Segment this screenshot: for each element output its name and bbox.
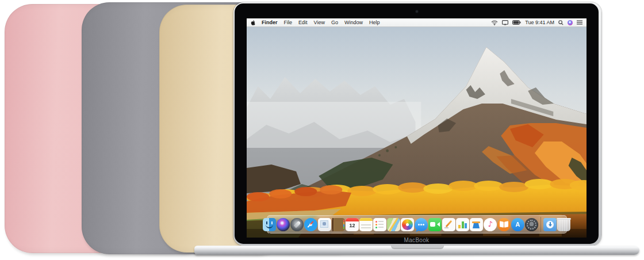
dock-appstore-icon[interactable]: A [511,218,524,231]
itunes-note-glyph: ♪ [484,218,497,231]
appstore-a-glyph: A [511,218,524,231]
dock-messages-icon[interactable] [415,218,428,231]
menu-view[interactable]: View [314,20,325,25]
wifi-icon[interactable] [491,20,498,25]
spotlight-search-icon[interactable] [558,20,564,25]
apple-logo-icon [251,20,256,26]
dock-separator [540,217,541,232]
macbook-silver: Finder File Edit View Go Window Help [0,0,644,260]
macbook-label: MacBook [235,237,599,243]
notification-center-icon[interactable] [577,20,582,25]
download-arrow-icon [546,221,554,228]
macbook-base [194,246,639,255]
desktop[interactable]: Finder File Edit View Go Window Help [247,18,586,238]
dock-system-preferences-icon[interactable] [525,218,538,231]
dock-keynote-icon[interactable] [470,218,483,231]
screen-frame: Finder File Edit View Go Window Help [233,2,601,246]
menu-window[interactable]: Window [344,20,363,25]
dock-trash-icon[interactable] [557,218,570,231]
dock-finder-icon[interactable] [263,218,276,231]
dock-contacts-icon[interactable] [332,218,345,231]
dock-siri-icon[interactable] [277,218,290,231]
siri-icon[interactable] [568,20,573,25]
lid-opening-notch [391,246,444,249]
dock: 12 ♪ A [267,215,567,234]
menu-file[interactable]: File [284,20,293,25]
dock-mail-icon[interactable] [318,218,331,231]
dock-safari-icon[interactable] [304,218,317,231]
dock-launchpad-icon[interactable] [290,218,304,231]
menu-edit[interactable]: Edit [298,20,308,25]
menu-help[interactable]: Help [369,20,380,25]
macbook-color-lineup: Finder File Edit View Go Window Help [0,0,644,260]
menu-bar-clock[interactable]: Tue 9:41 AM [525,20,554,25]
dock-facetime-icon[interactable] [428,218,442,231]
dock-photos-icon[interactable] [401,218,414,231]
menu-bar: Finder File Edit View Go Window Help [247,18,586,27]
dock-downloads-icon[interactable] [543,218,557,231]
menu-finder[interactable]: Finder [262,20,278,25]
dock-ibooks-icon[interactable] [497,218,511,231]
dock-itunes-icon[interactable]: ♪ [484,218,497,231]
finder-running-indicator [269,233,270,234]
dock-notes-icon[interactable] [359,218,373,231]
dock-maps-icon[interactable] [387,218,400,231]
display-bezel: Finder File Edit View Go Window Help [235,3,599,244]
calendar-day: 12 [346,222,359,230]
airplay-display-icon[interactable] [502,20,508,25]
webcam [416,10,418,13]
dock-reminders-icon[interactable] [373,218,386,231]
dock-calendar-icon[interactable]: 12 [346,218,359,231]
apple-menu[interactable] [251,20,256,26]
menu-go[interactable]: Go [331,20,338,25]
dock-numbers-icon[interactable] [456,218,469,231]
dock-pages-icon[interactable] [442,218,455,231]
wallpaper-high-sierra [247,18,586,238]
battery-icon[interactable] [512,20,521,25]
